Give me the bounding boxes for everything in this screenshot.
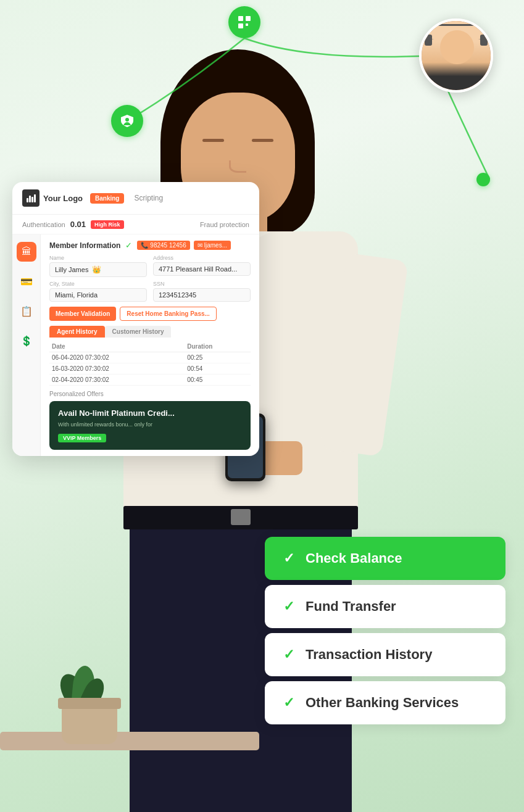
other-services-label: Other Banking Services: [306, 695, 459, 711]
auth-score: 0.01: [70, 220, 86, 229]
banking-tab[interactable]: Banking: [90, 193, 124, 204]
table-row: 06-04-2020 07:30:02 00:25: [49, 352, 251, 363]
agent-face: [422, 21, 491, 90]
belt: [123, 506, 358, 529]
offer-desc: With unlimited rewards bonu... only for: [58, 421, 242, 428]
address-label: Address: [153, 255, 251, 261]
other-services-check: ✓: [283, 695, 294, 711]
customer-history-tab[interactable]: Customer History: [105, 326, 172, 338]
svg-rect-6: [29, 196, 31, 202]
ssn-field: SSN 1234512345: [153, 281, 251, 302]
banking-card: Your Logo Banking Scripting Authenticati…: [12, 182, 259, 456]
arm-right: [320, 253, 409, 457]
city-ssn-row: City, State Miami, Florida SSN 123451234…: [49, 281, 251, 302]
logo-icon: [22, 189, 40, 207]
svg-rect-8: [34, 194, 36, 202]
agent-history-tab[interactable]: Agent History: [49, 326, 105, 338]
svg-rect-5: [27, 198, 28, 202]
city-value: Miami, Florida: [49, 288, 147, 302]
reset-button[interactable]: Reset Home Banking Pass...: [120, 307, 217, 321]
nav-message-icon[interactable]: 📋: [17, 301, 36, 321]
logo-text: Your Logo: [43, 194, 83, 203]
offer-title: Avail No-limit Platinum Credi...: [58, 408, 242, 419]
offers-section: Personalized Offers Avail No-limit Plati…: [49, 391, 251, 450]
check-balance-check: ✓: [283, 550, 294, 566]
nav-bank-icon[interactable]: 🏛: [17, 242, 36, 262]
desk: [0, 732, 259, 750]
action-buttons: Member Validation Reset Home Banking Pas…: [49, 307, 251, 321]
menu-item-transaction-history[interactable]: ✓ Transaction History: [265, 633, 505, 676]
col-duration: Duration: [185, 341, 251, 352]
address-field: Address 4771 Pleasant Hill Road...: [153, 255, 251, 277]
row-dur-3: 00:45: [185, 375, 251, 386]
eye-left: [202, 139, 224, 142]
verified-check: ✓: [125, 241, 132, 250]
check-balance-label: Check Balance: [306, 550, 402, 566]
menu-item-fund-transfer[interactable]: ✓ Fund Transfer: [265, 585, 505, 628]
connect-dot-small: [476, 173, 490, 186]
nav-dollar-icon[interactable]: 💲: [17, 331, 36, 350]
svg-rect-3: [246, 23, 248, 26]
fund-transfer-check: ✓: [283, 599, 294, 615]
headset-ear-l: [425, 35, 432, 46]
pot-rim: [58, 698, 121, 709]
row-date-3: 02-04-2020 07:30:02: [49, 375, 185, 386]
nav-card-icon[interactable]: 💳: [17, 271, 36, 291]
scripting-tab[interactable]: Scripting: [134, 194, 163, 202]
name-address-row: Name Lilly James 👑 Address 4771 Pleasant…: [49, 255, 251, 277]
nose: [229, 160, 246, 173]
headset-ear-r: [480, 35, 488, 46]
equalizer-icon: [26, 193, 36, 203]
crown-icon: 👑: [92, 265, 101, 274]
menu-items-container: ✓ Check Balance ✓ Fund Transfer ✓ Transa…: [265, 537, 505, 724]
agent-avatar: [419, 19, 493, 93]
grid-icon: [237, 15, 252, 30]
fraud-label: Fraud protection: [200, 221, 249, 228]
address-value: 4771 Pleasant Hill Road...: [153, 262, 251, 276]
phone-badge: 📞 98245 12456: [137, 241, 189, 250]
city-label: City, State: [49, 281, 147, 287]
card-body: 🏛 💳 📋 💲 Member Information ✓ 📞 98245 124…: [12, 234, 259, 456]
ssn-label: SSN: [153, 281, 251, 287]
transaction-history-check: ✓: [283, 647, 294, 663]
auth-label: Authentication: [22, 221, 65, 228]
offers-title: Personalized Offers: [49, 391, 251, 397]
transaction-history-label: Transaction History: [306, 647, 432, 663]
sidebar-nav: 🏛 💳 📋 💲: [12, 234, 41, 456]
history-table: Date Duration 06-04-2020 07:30:02 00:25 …: [49, 341, 251, 386]
shield-user-icon: [120, 114, 135, 128]
col-date: Date: [49, 341, 185, 352]
member-info-header: Member Information ✓ 📞 98245 12456 ✉ lja…: [49, 241, 251, 250]
table-row: 02-04-2020 07:30:02 00:45: [49, 375, 251, 386]
fund-transfer-label: Fund Transfer: [306, 599, 396, 615]
svg-rect-1: [246, 16, 251, 21]
name-value: Lilly James 👑: [49, 262, 147, 277]
offer-card[interactable]: Avail No-limit Platinum Credi... With un…: [49, 401, 251, 450]
validate-button[interactable]: Member Validation: [49, 307, 116, 321]
row-dur-2: 00:54: [185, 363, 251, 375]
table-row: 16-03-2020 07:30:02 00:54: [49, 363, 251, 375]
contact-badges: 📞 98245 12456 ✉ ljames...: [137, 241, 231, 250]
menu-item-check-balance[interactable]: ✓ Check Balance: [265, 537, 505, 580]
svg-point-4: [125, 118, 129, 122]
name-label: Name: [49, 255, 147, 261]
ssn-value: 1234512345: [153, 288, 251, 302]
headset-band: [426, 24, 486, 39]
row-date-2: 16-03-2020 07:30:02: [49, 363, 185, 375]
vvip-badge: VVIP Members: [58, 434, 106, 442]
member-info-title: Member Information: [49, 241, 120, 250]
svg-rect-0: [238, 16, 243, 21]
connect-icon-left: [111, 105, 143, 137]
auth-row: Authentication 0.01 High Risk Fraud prot…: [12, 215, 259, 234]
plant-decoration: [62, 704, 117, 744]
city-field: City, State Miami, Florida: [49, 281, 147, 302]
history-tabs: Agent History Customer History: [49, 326, 251, 338]
svg-rect-7: [31, 197, 33, 202]
row-dur-1: 00:25: [185, 352, 251, 363]
belt-buckle: [231, 509, 251, 525]
menu-item-other-services[interactable]: ✓ Other Banking Services: [265, 681, 505, 724]
risk-badge: High Risk: [91, 220, 124, 229]
email-badge: ✉ ljames...: [194, 241, 231, 250]
connect-icon-top: [228, 6, 260, 38]
eye-right: [252, 139, 273, 142]
